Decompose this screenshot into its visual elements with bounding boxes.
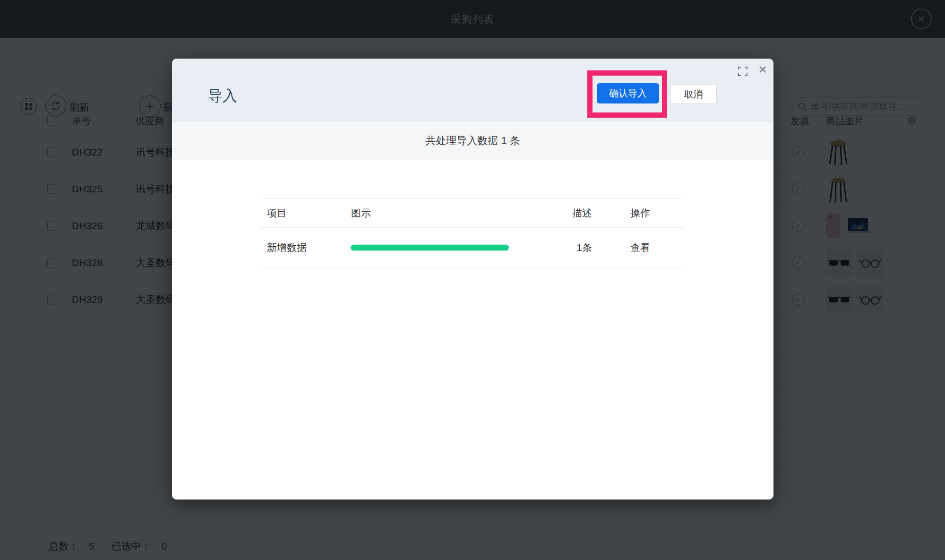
fullscreen-icon [737,66,748,77]
modal-title: 导入 [208,86,237,106]
import-description: 1条 [507,241,592,254]
close-icon[interactable]: × [756,61,769,78]
header-action: 操作 [620,207,660,220]
progress-bar [351,244,509,250]
confirm-import-button[interactable]: 确认导入 [597,83,659,103]
import-table-row: 新增数据 1条 查看 [261,228,684,267]
app-root: 采购列表 × 刷新 + 新增 [0,0,945,560]
fullscreen-button[interactable] [737,66,748,77]
import-summary-band: 共处理导入数据 1 条 [172,122,773,160]
import-modal: 导入 确认导入 取消 × 共处理导入数据 1 条 项目 图示 描述 操作 [172,59,773,500]
header-chart: 图示 [351,207,371,220]
progress-fill [351,244,509,250]
import-summary: 共处理导入数据 1 条 [425,134,520,148]
view-link[interactable]: 查看 [620,241,660,254]
header-description: 描述 [507,207,592,220]
modal-body: 项目 图示 描述 操作 新增数据 1条 查看 [172,160,773,500]
import-item: 新增数据 [267,241,307,254]
modal-header: 导入 确认导入 取消 × [172,59,773,122]
header-item: 项目 [267,207,287,220]
import-table-header: 项目 图示 描述 操作 [261,199,684,228]
import-result-table: 项目 图示 描述 操作 新增数据 1条 查看 [261,198,684,267]
cancel-button[interactable]: 取消 [670,84,717,104]
